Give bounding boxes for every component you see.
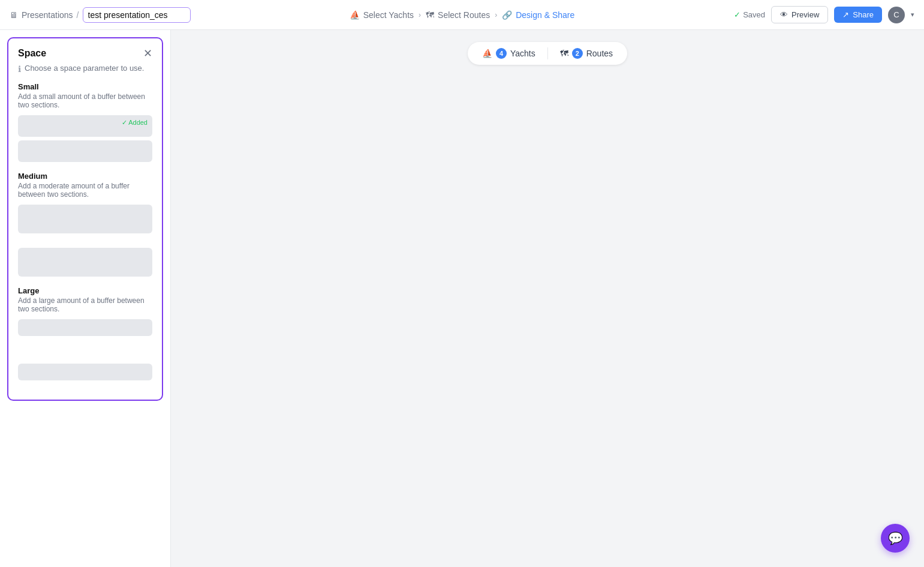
space-modal-title: Space xyxy=(18,48,46,59)
right-area: ⛵ 4 Yachts 🗺 2 Routes xyxy=(171,30,924,567)
small-preview-block-2[interactable] xyxy=(18,140,152,162)
breadcrumb-area: 🖥 Presentations / xyxy=(10,7,191,23)
large-preview-block-1[interactable] xyxy=(18,319,152,336)
saved-status: ✓ Saved xyxy=(734,10,765,19)
medium-section: Medium Add a moderate amount of a buffer… xyxy=(18,172,152,277)
nav-steps: ⛵ Select Yachts › 🗺 Select Routes › 🔗 De… xyxy=(350,10,575,20)
presentation-name-input[interactable] xyxy=(83,7,191,23)
avatar-chevron-icon[interactable]: ▾ xyxy=(911,11,914,19)
presentations-link[interactable]: Presentations xyxy=(22,10,73,20)
yachts-tab-icon: ⛵ xyxy=(482,49,492,58)
space-modal-header: Space ✕ xyxy=(18,48,152,59)
tab-yachts[interactable]: ⛵ 4 Yachts xyxy=(472,44,545,62)
share-label: Share xyxy=(853,10,874,19)
step-select-yachts[interactable]: ⛵ Select Yachts xyxy=(350,10,414,20)
design-step-icon: 🔗 xyxy=(502,10,512,20)
large-label: Large xyxy=(18,286,152,295)
avatar-button[interactable]: C xyxy=(888,7,905,23)
saved-label-text: Saved xyxy=(743,10,765,19)
small-desc: Add a small amount of a buffer between t… xyxy=(18,92,152,109)
yachts-count-badge: 4 xyxy=(496,48,507,59)
medium-preview-block-1[interactable] xyxy=(18,205,152,233)
added-badge: ✓ Added xyxy=(122,119,148,127)
medium-preview-block-2[interactable] xyxy=(18,248,152,277)
top-navigation: 🖥 Presentations / ⛵ Select Yachts › 🗺 Se… xyxy=(0,0,924,30)
left-panel: Space ✕ ℹ Choose a space parameter to us… xyxy=(0,30,171,567)
small-preview-block-1[interactable]: ✓ Added xyxy=(18,115,152,137)
yachts-step-label: Select Yachts xyxy=(363,10,414,20)
routes-tab-icon: 🗺 xyxy=(560,49,568,58)
large-preview-block-2[interactable] xyxy=(18,364,152,380)
share-icon: ↗ xyxy=(842,10,849,19)
step-select-routes[interactable]: 🗺 Select Routes xyxy=(426,10,490,20)
chat-button[interactable]: 💬 xyxy=(881,524,910,553)
chat-icon: 💬 xyxy=(888,531,903,545)
small-section: Small Add a small amount of a buffer bet… xyxy=(18,82,152,162)
tabs-bar: ⛵ 4 Yachts 🗺 2 Routes xyxy=(468,42,627,65)
preview-icon: 👁 xyxy=(780,10,788,19)
large-section: Large Add a large amount of a buffer bet… xyxy=(18,286,152,380)
yachts-tab-label: Yachts xyxy=(510,49,535,58)
routes-tab-label: Routes xyxy=(586,49,613,58)
medium-label: Medium xyxy=(18,172,152,181)
presentations-icon: 🖥 xyxy=(10,10,18,20)
preview-label: Preview xyxy=(791,10,819,19)
preview-button[interactable]: 👁 Preview xyxy=(771,6,828,23)
routes-step-label: Select Routes xyxy=(438,10,490,20)
breadcrumb-separator: / xyxy=(77,10,79,20)
chevron-icon-1: › xyxy=(419,11,421,19)
chevron-icon-2: › xyxy=(495,11,497,19)
close-button[interactable]: ✕ xyxy=(143,48,152,59)
hint-text: Choose a space parameter to use. xyxy=(25,64,144,73)
space-modal-hint: ℹ Choose a space parameter to use. xyxy=(18,64,152,74)
design-step-label: Design & Share xyxy=(516,10,574,20)
step-design-share[interactable]: 🔗 Design & Share xyxy=(502,10,574,20)
yachts-step-icon: ⛵ xyxy=(350,10,360,20)
large-desc: Add a large amount of a buffer between t… xyxy=(18,296,152,313)
space-modal: Space ✕ ℹ Choose a space parameter to us… xyxy=(7,37,163,401)
routes-count-badge: 2 xyxy=(572,48,583,59)
hint-icon: ℹ xyxy=(18,64,21,74)
saved-check-icon: ✓ xyxy=(734,10,741,19)
share-button[interactable]: ↗ Share xyxy=(834,7,882,23)
nav-actions: ✓ Saved 👁 Preview ↗ Share C ▾ xyxy=(734,6,914,23)
small-label: Small xyxy=(18,82,152,91)
tab-separator xyxy=(547,47,548,59)
main-layout: Space ✕ ℹ Choose a space parameter to us… xyxy=(0,30,924,567)
routes-step-icon: 🗺 xyxy=(426,10,434,20)
medium-desc: Add a moderate amount of a buffer betwee… xyxy=(18,182,152,199)
tab-routes[interactable]: 🗺 2 Routes xyxy=(550,44,622,62)
